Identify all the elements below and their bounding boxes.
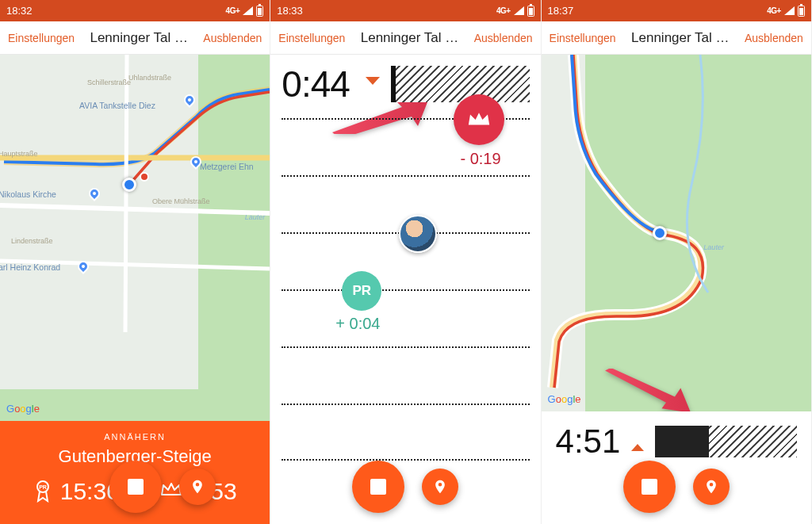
location-pin-icon [432,479,448,495]
stop-button[interactable] [623,461,676,513]
hide-link[interactable]: Ausblenden [474,32,533,44]
pr-time-group: PR 15:36 [33,478,120,505]
crown-icon [466,111,492,128]
kom-lane: - 0:19 [282,118,529,175]
status-bar: 18:32 4G+ [0,0,270,21]
segment-progress-panel: 4:51 [542,411,811,524]
status-clock: 18:33 [277,5,303,17]
river-label: Lauter [703,243,724,251]
page-title: Lenninger Tal … [75,30,203,46]
annotation-arrow-icon [605,369,692,411]
stop-icon [370,479,386,495]
phone-screen-3: 18:37 4G+ Einstellungen Lenninger Tal … … [542,0,812,524]
status-bar: 18:33 4G+ [270,0,540,21]
stop-button[interactable] [352,461,404,513]
poi-konrad: arl Heinz Konrad [0,262,60,272]
street-linden: Lindenstraße [11,237,53,245]
locate-button[interactable] [693,469,730,505]
rival-avatar [399,215,437,253]
pr-marker-label: PR [352,283,371,299]
position-caret-icon [631,444,644,451]
map-view[interactable]: AVIA Tankstelle Diez Metzgerei Ehn Nikol… [0,55,270,421]
network-label: 4G+ [767,6,781,15]
hide-link[interactable]: Ausblenden [745,32,803,44]
poi-metzgerei: Metzgerei Ehn [200,162,254,171]
battery-icon [798,6,805,17]
page-title: Lenninger Tal … [616,30,745,46]
street-muhl: Obere Mühlstraße [152,197,210,205]
pr-lane: PR + 0:04 [282,289,529,346]
location-pin-icon [703,479,719,495]
segment-progress-bar [391,66,530,102]
status-icons: 4G+ [767,6,805,17]
map-view[interactable]: Lauter Google [542,55,811,411]
current-location-dot [653,226,667,240]
street-haupt: Hauptstraße [0,150,38,158]
phone-screen-1: 18:32 4G+ Einstellungen Lenninger Tal … … [0,0,270,524]
lane-spacer [282,404,529,461]
live-segment-view[interactable]: 0:44 - 0:19 PR + 0:04 [270,55,540,524]
battery-icon [256,6,263,17]
phone-screen-2: 18:33 4G+ Einstellungen Lenninger Tal … … [270,0,541,524]
current-location-dot [122,178,136,192]
settings-link[interactable]: Einstellungen [550,32,616,44]
network-label: 4G+ [496,6,511,15]
battery-icon [527,6,534,17]
kom-marker [454,94,504,145]
status-bar: 18:37 4G+ [542,0,811,21]
app-bar: Einstellungen Lenninger Tal … Ausblenden [0,21,270,55]
svg-text:PR: PR [39,484,47,490]
stop-icon [128,479,144,495]
google-logo: Google [548,393,581,405]
rival-lane [282,232,529,289]
signal-icon [243,6,253,15]
signal-icon [514,6,524,15]
settings-link[interactable]: Einstellungen [8,32,75,44]
position-caret-icon [366,77,380,85]
locate-button[interactable] [179,469,216,505]
poi-kirche: Nikolaus Kirche [0,189,56,199]
status-icons: 4G+ [226,6,264,17]
google-logo: Google [6,403,40,415]
elapsed-time: 4:51 [556,423,621,461]
poi-avia: AVIA Tankstelle Diez [79,101,155,110]
kom-delta: - 0:19 [460,150,500,168]
app-bar: Einstellungen Lenninger Tal … Ausblenden [542,21,811,55]
page-title: Lenninger Tal … [345,30,473,46]
pr-marker: PR [342,271,381,311]
street-uhland: Uhlandstraße [128,74,171,82]
segment-start-dot [140,172,149,182]
lane-spacer [282,346,529,404]
location-pin-icon [190,479,205,495]
segment-status-label: ANNÄHERN [13,432,257,442]
stop-button[interactable] [109,461,162,513]
status-clock: 18:37 [548,5,574,17]
signal-icon [784,6,795,15]
hide-link[interactable]: Ausblenden [203,32,262,44]
status-clock: 18:32 [6,5,33,17]
route-overlay [542,55,811,411]
pr-badge-icon: PR [33,480,52,503]
river-lauter: Lauter [245,213,266,221]
segment-progress-bar [655,426,797,457]
settings-link[interactable]: Einstellungen [278,32,345,44]
street-schiller: Schillerstraße [87,78,131,86]
stop-icon [642,479,657,495]
pr-delta: + 0:04 [335,315,380,333]
app-bar: Einstellungen Lenninger Tal … Ausblenden [270,21,540,55]
status-icons: 4G+ [496,6,534,17]
progress-fill [655,426,709,457]
elapsed-time: 0:44 [282,63,350,105]
network-label: 4G+ [226,6,240,15]
